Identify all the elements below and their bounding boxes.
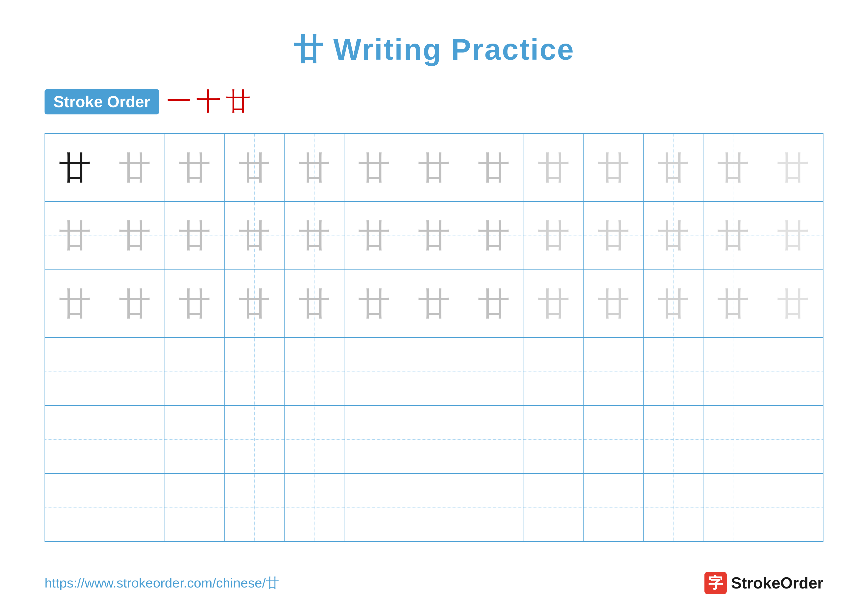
grid-cell: [404, 337, 464, 406]
grid-cell: 廿: [344, 202, 404, 269]
practice-char: 廿: [777, 288, 809, 320]
grid-cell: 廿: [524, 134, 584, 202]
practice-char: 廿: [717, 152, 749, 184]
grid-cell: 廿: [703, 270, 763, 337]
grid-cell: 廿: [703, 202, 763, 269]
practice-char: 廿: [717, 288, 749, 320]
practice-char: 廿: [179, 219, 211, 252]
grid-cell: [404, 474, 464, 541]
practice-char: 廿: [777, 219, 809, 252]
grid-cell: 廿: [404, 134, 464, 202]
grid-cell: [524, 474, 584, 541]
grid-cell: [584, 337, 643, 406]
grid-cell: [643, 337, 703, 406]
grid-cell: 廿: [763, 134, 823, 202]
grid-cell: [225, 406, 285, 473]
practice-char: 廿: [358, 288, 390, 320]
grid-cell: [225, 474, 285, 541]
grid-cell: 廿: [344, 270, 404, 337]
grid-cell: [763, 406, 823, 473]
grid-cell: 廿: [105, 134, 165, 202]
footer-logo: 字 StrokeOrder: [704, 572, 823, 594]
grid-cell: 廿: [524, 202, 584, 269]
grid-cell: 廿: [643, 134, 703, 202]
grid-cell: [105, 406, 165, 473]
grid-cell: 廿: [225, 134, 285, 202]
grid-cell: [165, 337, 225, 406]
practice-char: 廿: [298, 288, 330, 320]
grid-cell: 廿: [643, 202, 703, 269]
grid-cell: [464, 337, 524, 406]
grid-cell: [45, 337, 105, 406]
practice-char: 廿: [538, 219, 570, 252]
practice-char: 廿: [478, 288, 510, 320]
practice-grid: 廿廿廿廿廿廿廿廿廿廿廿廿廿廿廿廿廿廿廿廿廿廿廿廿廿廿廿廿廿廿廿廿廿廿廿廿廿廿廿: [45, 133, 823, 542]
grid-cell: 廿: [464, 270, 524, 337]
grid-cell: [284, 337, 344, 406]
practice-char: 廿: [538, 152, 570, 184]
grid-cell: 廿: [584, 134, 643, 202]
grid-cell: 廿: [105, 202, 165, 269]
practice-char: 廿: [538, 288, 570, 320]
practice-char: 廿: [179, 152, 211, 184]
grid-cell: 廿: [165, 134, 225, 202]
practice-char: 廿: [119, 288, 151, 320]
practice-char: 廿: [657, 219, 689, 252]
grid-cell: 廿: [584, 202, 643, 269]
grid-cell: 廿: [584, 270, 643, 337]
practice-char: 廿: [358, 152, 390, 184]
grid-cell: [344, 406, 404, 473]
practice-char: 廿: [238, 219, 270, 252]
practice-char: 廿: [657, 288, 689, 320]
practice-char: 廿: [598, 288, 630, 320]
practice-char: 廿: [478, 219, 510, 252]
practice-char: 廿: [238, 288, 270, 320]
practice-char: 廿: [598, 219, 630, 252]
grid-cell: [584, 406, 643, 473]
stroke-order-badge: Stroke Order: [45, 89, 159, 114]
grid-cell: 廿: [225, 270, 285, 337]
grid-cell: [643, 474, 703, 541]
grid-cell: 廿: [284, 270, 344, 337]
grid-cell: [165, 406, 225, 473]
grid-cell: 廿: [105, 270, 165, 337]
grid-cell: [105, 474, 165, 541]
practice-char: 廿: [238, 152, 270, 184]
practice-char: 廿: [418, 152, 450, 184]
practice-char: 廿: [59, 152, 91, 184]
practice-char: 廿: [418, 219, 450, 252]
practice-char: 廿: [298, 219, 330, 252]
grid-cell: 廿: [284, 134, 344, 202]
practice-char: 廿: [119, 219, 151, 252]
grid-cell: [643, 406, 703, 473]
grid-cell: [464, 474, 524, 541]
stroke-2: 十: [196, 85, 221, 118]
grid-cell: [703, 474, 763, 541]
grid-cell: 廿: [165, 202, 225, 269]
grid-cell: 廿: [45, 134, 105, 202]
practice-char: 廿: [717, 219, 749, 252]
practice-char: 廿: [358, 219, 390, 252]
grid-cell: [45, 474, 105, 541]
grid-cell: 廿: [284, 202, 344, 269]
grid-cell: [45, 406, 105, 473]
grid-cell: [524, 406, 584, 473]
practice-char: 廿: [418, 288, 450, 320]
grid-cell: 廿: [344, 134, 404, 202]
grid-cell: [225, 337, 285, 406]
grid-cell: [763, 337, 823, 406]
grid-cell: [763, 474, 823, 541]
grid-cell: 廿: [464, 134, 524, 202]
grid-cell: 廿: [703, 134, 763, 202]
grid-cell: 廿: [225, 202, 285, 269]
practice-char: 廿: [478, 152, 510, 184]
practice-char: 廿: [298, 152, 330, 184]
grid-cell: [464, 406, 524, 473]
grid-cell: [703, 337, 763, 406]
practice-char: 廿: [59, 288, 91, 320]
grid-cell: [105, 337, 165, 406]
stroke-3: 廿: [226, 85, 251, 118]
practice-char: 廿: [598, 152, 630, 184]
page-title: 廿 Writing Practice: [0, 0, 868, 70]
grid-cell: [524, 337, 584, 406]
